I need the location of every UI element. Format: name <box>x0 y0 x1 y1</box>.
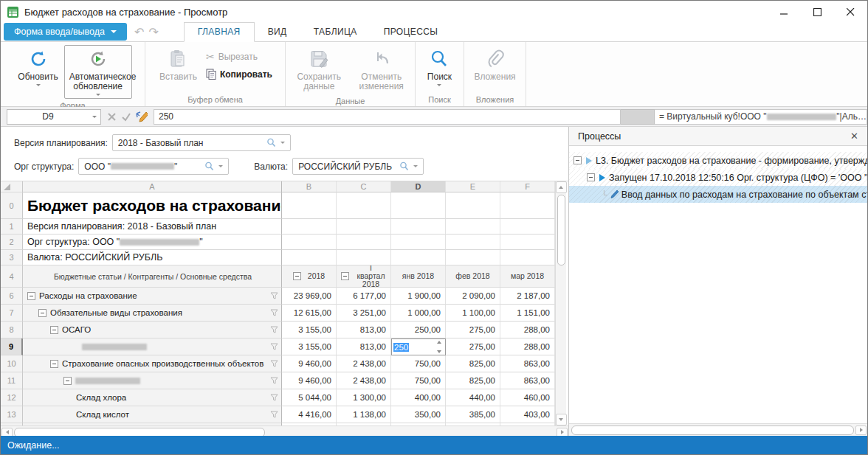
process-tree-item-selected[interactable]: └ Ввод данных по расходам на страхование… <box>569 186 867 203</box>
column-header-d[interactable]: D <box>391 181 446 192</box>
undo-changes-button[interactable]: Отменить изменения <box>351 45 413 94</box>
cell[interactable]: 12 615,00 <box>282 305 337 322</box>
cell[interactable] <box>500 235 555 250</box>
cell[interactable]: 9 460,00 <box>282 355 337 372</box>
cell[interactable]: 2 187,00 <box>500 288 555 305</box>
period-header-2018[interactable]: 2018 <box>282 265 337 288</box>
cell[interactable]: 1 151,00 <box>500 305 555 322</box>
formula-bar-splitter[interactable] <box>621 109 655 125</box>
cell[interactable]: 3 155,00 <box>282 322 337 338</box>
collapse-icon[interactable] <box>587 173 595 181</box>
cell[interactable] <box>282 250 337 265</box>
filter-icon[interactable] <box>270 394 278 401</box>
cell[interactable] <box>446 192 500 219</box>
cell[interactable]: 1 300,00 <box>337 389 391 406</box>
cell[interactable]: 750,00 <box>391 355 446 372</box>
currency-select[interactable]: РОССИЙСКИЙ РУБЛЬ <box>292 158 424 175</box>
vertical-scrollbar[interactable] <box>555 181 566 426</box>
row-number[interactable]: 0 <box>1 192 23 219</box>
row-number[interactable]: 12 <box>1 389 23 406</box>
column-header-a[interactable]: A <box>23 181 282 192</box>
category-cell[interactable]: Обязательные виды страхования <box>23 305 282 322</box>
chevron-down-icon[interactable] <box>280 142 285 144</box>
vertical-scroll-thumb[interactable] <box>557 195 565 265</box>
scroll-right-button[interactable] <box>855 426 867 435</box>
sheet-title-cell[interactable]: Бюджет расходов на страхование <box>23 192 282 219</box>
cell[interactable]: 275,00 <box>446 338 500 355</box>
close-icon[interactable]: ✕ <box>847 131 861 142</box>
collapse-icon[interactable] <box>574 156 582 164</box>
tab-view[interactable]: ВИД <box>255 23 300 41</box>
horizontal-scroll-thumb[interactable] <box>571 426 854 435</box>
cell[interactable]: 288,00 <box>500 338 555 355</box>
cell[interactable]: 3 155,00 <box>282 338 337 355</box>
cell[interactable] <box>446 235 500 250</box>
formula-input[interactable]: 250 <box>154 109 621 125</box>
info-cell[interactable]: Орг структура: ООО " " <box>23 235 282 250</box>
cell[interactable]: 825,00 <box>446 355 500 372</box>
cut-button[interactable]: ✂ Вырезать <box>203 49 275 64</box>
collapse-icon[interactable] <box>293 272 301 280</box>
dimension-header-cell[interactable]: Бюджетные статьи / Контрагенты / Основны… <box>23 265 282 288</box>
cell[interactable]: 1 138,00 <box>337 406 391 423</box>
period-header-feb[interactable]: фев 2018 <box>446 265 500 288</box>
cancel-entry-icon[interactable] <box>107 112 117 122</box>
collapse-icon[interactable] <box>50 360 58 368</box>
cell[interactable]: 813,00 <box>337 338 391 355</box>
row-number[interactable]: 6 <box>1 288 23 305</box>
processes-horizontal-scrollbar[interactable] <box>569 423 867 436</box>
filter-icon[interactable] <box>270 360 278 367</box>
filter-icon[interactable] <box>270 411 278 418</box>
search-button[interactable]: Поиск <box>423 45 456 89</box>
cell[interactable]: 3 251,00 <box>337 305 391 322</box>
cell[interactable] <box>391 192 446 219</box>
cell[interactable]: 1 000,00 <box>391 305 446 322</box>
chevron-down-icon[interactable] <box>218 165 223 167</box>
auto-refresh-button[interactable]: Автоматическое обновление <box>64 45 132 99</box>
cell[interactable]: 2 438,00 <box>337 355 391 372</box>
filter-icon[interactable] <box>270 343 278 350</box>
cell[interactable] <box>337 219 391 235</box>
cell[interactable]: 863,00 <box>500 372 555 389</box>
cell[interactable] <box>337 192 391 219</box>
cell[interactable] <box>391 219 446 235</box>
cell[interactable]: 750,00 <box>391 372 446 389</box>
category-cell[interactable] <box>23 338 282 355</box>
attachments-button[interactable]: Вложения <box>469 45 520 85</box>
row-number[interactable]: 4 <box>1 265 23 288</box>
cell[interactable]: 2 090,00 <box>446 288 500 305</box>
cell[interactable]: 9 460,00 <box>282 372 337 389</box>
confirm-entry-icon[interactable] <box>121 112 131 122</box>
version-select[interactable]: 2018 - Базовый план <box>112 134 291 151</box>
value-spinner[interactable] <box>435 341 444 353</box>
search-icon[interactable] <box>204 161 214 171</box>
cell[interactable]: 2 438,00 <box>337 372 391 389</box>
category-cell[interactable]: Склад хлора <box>23 389 282 406</box>
cell-editor[interactable]: 250 <box>391 338 446 355</box>
row-number[interactable]: 1 <box>1 219 23 235</box>
filter-icon[interactable] <box>270 326 278 333</box>
chevron-down-icon[interactable] <box>413 165 418 167</box>
cell[interactable]: 403,00 <box>500 406 555 423</box>
category-cell[interactable]: Страхование опасных производственных объ… <box>23 355 282 372</box>
filter-icon[interactable] <box>270 309 278 316</box>
info-cell[interactable]: Версия планирования: 2018 - Базовый план <box>23 219 282 235</box>
column-header-f[interactable]: F <box>500 181 555 192</box>
cell[interactable]: 23 969,00 <box>282 288 337 305</box>
copy-button[interactable]: Копировать <box>203 67 275 81</box>
row-number[interactable]: 10 <box>1 355 23 372</box>
cell-reference-box[interactable]: D9 <box>7 109 101 125</box>
edit-formula-icon[interactable] <box>136 111 148 122</box>
maximize-button[interactable] <box>801 1 834 23</box>
category-cell[interactable]: ОСАГО <box>23 322 282 338</box>
cell[interactable] <box>500 192 555 219</box>
cell[interactable]: 5 044,00 <box>282 389 337 406</box>
cell[interactable] <box>282 219 337 235</box>
cell[interactable]: 400,00 <box>391 389 446 406</box>
collapse-icon[interactable] <box>63 377 72 385</box>
cell[interactable]: 350,00 <box>391 406 446 423</box>
collapse-icon[interactable] <box>27 292 35 300</box>
search-icon[interactable] <box>399 161 409 171</box>
cell[interactable] <box>337 235 391 250</box>
info-cell[interactable]: Валюта: РОССИЙСКИЙ РУБЛЬ <box>23 250 282 265</box>
